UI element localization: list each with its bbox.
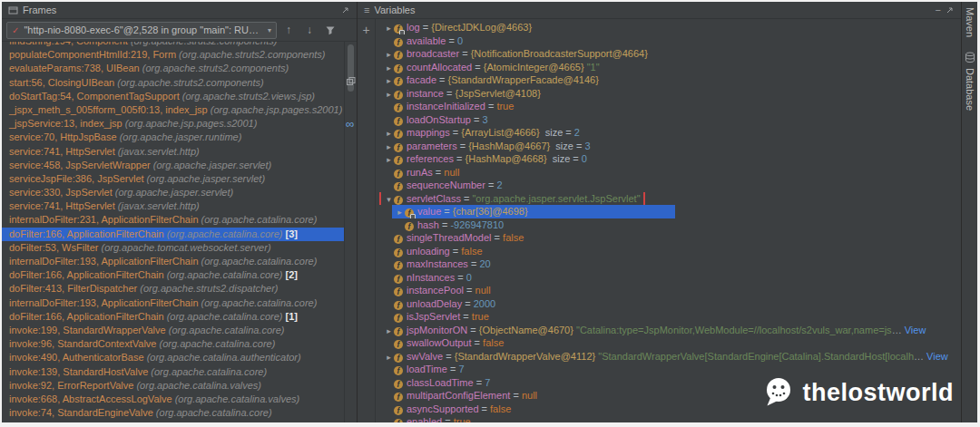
frame-row[interactable]: invoke:199, StandardWrapperValve (org.ap… (2, 324, 344, 337)
variable-row[interactable]: ▸ffacade = {StandardWrapperFacade@4146} (376, 73, 961, 87)
frame-row[interactable]: doFilter:413, FilterDispatcher (org.apac… (2, 282, 344, 296)
frame-text: doFilter:413, FilterDispatcher (9, 283, 137, 294)
field-icon: f (394, 301, 403, 310)
view-link[interactable]: View (902, 325, 926, 335)
variable-row[interactable]: ▸freferences = {HashMap@4668} size = 0 (376, 152, 961, 166)
database-stripe-button[interactable]: Database (965, 52, 975, 111)
async-stacks-icon[interactable]: ∞ (346, 118, 354, 130)
frame-text: invoke:139, StandardHostValve (9, 366, 148, 377)
variable-row[interactable]: funloadDelay = 2000 (376, 297, 961, 311)
expand-arrow-icon[interactable]: ▸ (395, 206, 405, 218)
frame-row[interactable]: doFilter:166, ApplicationFilterChain (or… (2, 268, 344, 282)
expand-arrow-icon[interactable]: ▸ (384, 141, 394, 153)
variable-eq: = (446, 35, 457, 46)
variable-row[interactable]: fmaxInstances = 20 (376, 257, 961, 271)
view-link[interactable]: View (924, 351, 948, 362)
frame-row[interactable]: service:70, HttpJspBase (org.apache.jasp… (2, 131, 344, 144)
previous-frame-button[interactable]: ↑ (279, 22, 298, 39)
frame-row[interactable]: invoke:139, StandardHostValve (org.apach… (2, 365, 344, 379)
float-window-icon[interactable] (341, 5, 350, 15)
variable-row[interactable]: fsingleThreadModel = false (376, 231, 961, 245)
variable-row[interactable]: floadTime = 7 (376, 363, 961, 376)
frame-package: (org.apache.jasper.servlet) (113, 187, 234, 198)
tool-window-stripe: Maven Database (961, 2, 977, 422)
variable-row[interactable]: frunAs = null (376, 166, 961, 180)
variable-row[interactable]: fsequenceNumber = 2 (376, 179, 961, 192)
variable-row[interactable]: funloading = false (376, 245, 961, 258)
field-icon: f (405, 222, 414, 231)
variable-row[interactable]: ▸fjspMonitorON = {ObjectName@4670} "Cata… (376, 324, 961, 337)
layout-menu-icon[interactable]: ≡ (364, 5, 369, 15)
variable-row[interactable]: ▸fbroadcaster = {NotificationBroadcaster… (376, 47, 961, 61)
hide-panel-icon[interactable]: − (936, 5, 941, 15)
frame-row[interactable]: findString:194, Component (org.apache.st… (2, 42, 344, 48)
expand-arrow-icon[interactable]: ▸ (384, 153, 394, 166)
variable-eq: = (442, 416, 454, 422)
float-window-icon[interactable] (946, 5, 955, 15)
frame-row[interactable]: doFilter:166, ApplicationFilterChain (or… (2, 228, 344, 241)
frame-row[interactable]: invoke:96, StandardContextValve (org.apa… (2, 337, 344, 351)
expand-arrow-icon[interactable]: ▸ (384, 74, 394, 87)
variable-row[interactable]: fhash = -926947810 (376, 218, 961, 232)
variable-row[interactable]: fisJspServlet = true (376, 310, 961, 324)
variable-row[interactable]: ▸fparameters = {HashMap@4667} size = 3 (376, 140, 961, 153)
collapse-arrow-icon[interactable]: ▾ (384, 193, 394, 206)
frame-text: doFilter:166, ApplicationFilterChain (9, 311, 164, 322)
frame-row[interactable]: evaluateParams:738, UIBean (org.apache.s… (2, 62, 344, 75)
variable-row[interactable]: favailable = 0 (376, 34, 961, 48)
expand-arrow-icon[interactable]: ▸ (384, 88, 394, 101)
frame-row[interactable]: doFilter:166, ApplicationFilterChain (or… (2, 310, 344, 324)
frame-row[interactable]: start:56, ClosingUIBean (org.apache.stru… (2, 76, 344, 90)
frame-row[interactable]: doFilter:53, WsFilter (org.apache.tomcat… (2, 241, 344, 255)
frame-row[interactable]: service:458, JspServletWrapper (org.apac… (2, 159, 344, 172)
frame-row[interactable]: _jspx_meth_s_005fform_005f0:13, index_js… (2, 103, 344, 117)
variable-row[interactable]: ▸flog = {DirectJDKLog@4663} (376, 21, 961, 34)
variable-row[interactable]: fswallowOutput = false (376, 336, 961, 350)
frame-row[interactable]: invoke:490, AuthenticatorBase (org.apach… (2, 351, 344, 364)
frame-row[interactable]: internalDoFilter:231, ApplicationFilterC… (2, 213, 344, 227)
expand-arrow-icon[interactable]: ▸ (384, 48, 394, 61)
next-frame-button[interactable]: ↓ (300, 22, 318, 39)
frame-row[interactable]: invoke:74, StandardEngineValve (org.apac… (2, 406, 344, 420)
watermark-text: thelostworld (803, 379, 955, 407)
frame-row[interactable]: populateComponentHtmlId:219, Form (org.a… (2, 48, 344, 62)
variable-row[interactable]: finstanceInitialized = true (376, 100, 961, 113)
frames-header: Frames (2, 2, 357, 19)
frame-row[interactable]: internalDoFilter:193, ApplicationFilterC… (2, 296, 344, 310)
frame-row[interactable]: serviceJspFile:386, JspServlet (org.apac… (2, 172, 344, 186)
variable-row[interactable]: ▸fcountAllocated = {AtomicInteger@4665} … (376, 61, 961, 74)
frame-row[interactable]: invoke:92, ErrorReportValve (org.apache.… (2, 379, 344, 393)
expand-arrow-icon[interactable]: ▸ (384, 351, 394, 364)
frame-row[interactable]: doStartTag:54, ComponentTagSupport (org.… (2, 90, 344, 103)
watermark: thelostworld (762, 375, 955, 410)
frame-row[interactable]: internalDoFilter:193, ApplicationFilterC… (2, 255, 344, 268)
variable-row[interactable]: finstancePool = null (376, 284, 961, 297)
frame-row[interactable]: invoke:668, AbstractAccessLogValve (org.… (2, 393, 344, 406)
variable-str: "StandardWrapperValve[StandardEngine[Cat… (595, 351, 914, 362)
add-watch-button[interactable]: + (362, 24, 369, 36)
variable-row[interactable]: ▸finstance = {JspServlet@4108} (376, 87, 961, 101)
expand-arrow-icon[interactable]: ▸ (384, 62, 394, 74)
variable-row[interactable]: fenabled = true (376, 415, 961, 422)
variable-row[interactable]: fnInstances = 0 (376, 271, 961, 285)
frame-row[interactable]: service:741, HttpServlet (javax.servlet.… (2, 199, 344, 213)
variables-toolbar: + (358, 19, 376, 422)
expand-arrow-icon[interactable]: ▸ (384, 22, 394, 34)
frame-row[interactable]: service:330, JspServlet (org.apache.jasp… (2, 186, 344, 199)
variable-row[interactable]: ▸fvalue = {char[36]@4698} (376, 205, 961, 218)
filter-frames-button[interactable] (321, 22, 339, 39)
copy-stack-icon[interactable] (346, 76, 357, 87)
expand-arrow-icon[interactable]: ▸ (384, 325, 394, 337)
maven-stripe-button[interactable]: Maven (965, 7, 975, 37)
variable-str: "org.apache.jasper.servlet.JspServlet" (472, 193, 640, 204)
variable-row[interactable]: ▾fservletClass = "org.apache.jasper.serv… (376, 192, 961, 206)
frames-list: findString:194, Component (org.apache.st… (2, 42, 344, 422)
variable-row[interactable]: floadOnStartup = 3 (376, 113, 961, 127)
variable-row[interactable]: ▸fmappings = {ArrayList@4666} size = 2 (376, 126, 961, 140)
frames-scrollbar[interactable]: ∞ (344, 42, 357, 422)
expand-arrow-icon[interactable]: ▸ (384, 127, 394, 140)
thread-selector[interactable]: ✓ "http-nio-8080-exec-6"@2,528 in group … (6, 22, 277, 39)
frame-row[interactable]: service:741, HttpServlet (javax.servlet.… (2, 145, 344, 159)
frame-row[interactable]: _jspService:13, index_jsp (org.apache.js… (2, 117, 344, 131)
variable-row[interactable]: ▸fswValve = {StandardWrapperValve@4112} … (376, 350, 961, 364)
